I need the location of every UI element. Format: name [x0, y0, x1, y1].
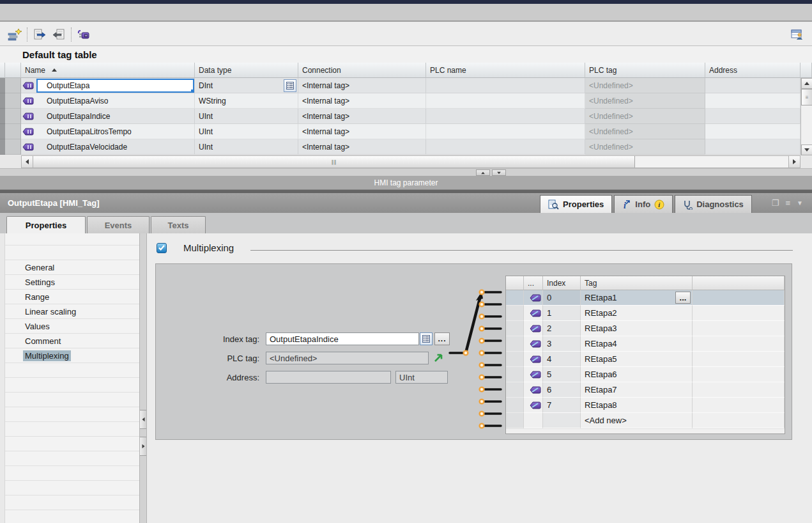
- properties-view-button[interactable]: Properties: [540, 195, 612, 213]
- index-tag-input[interactable]: OutputEtapaIndice: [266, 332, 419, 345]
- mux-index-cell[interactable]: 0: [543, 290, 581, 306]
- name-cell[interactable]: OutputEtapa: [21, 78, 195, 93]
- address-cell[interactable]: [705, 139, 801, 155]
- plc-name-cell[interactable]: [426, 139, 585, 155]
- name-cell[interactable]: OutputEtapaLitrosTempo: [21, 124, 195, 139]
- nav-item-values[interactable]: Values: [5, 319, 139, 334]
- data-type-cell[interactable]: WString: [195, 93, 298, 109]
- column-header-name[interactable]: Name: [21, 63, 195, 78]
- data-type-dropdown-button[interactable]: [284, 79, 296, 92]
- multiplexing-checkbox[interactable]: [157, 243, 167, 253]
- data-type-cell[interactable]: DInt: [195, 78, 298, 93]
- mux-row-selector[interactable]: [506, 352, 524, 367]
- nav-item-comment[interactable]: Comment: [5, 334, 139, 348]
- mux-header-index[interactable]: Index: [543, 276, 581, 290]
- tab-texts[interactable]: Texts: [151, 216, 206, 233]
- row-selector[interactable]: [5, 109, 21, 124]
- horizontal-scroll-thumb[interactable]: ∥∥: [33, 156, 635, 168]
- mux-tag-cell[interactable]: REtapa5: [581, 352, 693, 367]
- mux-tag-browse-button[interactable]: ...: [675, 292, 691, 304]
- export-button[interactable]: [31, 26, 48, 43]
- mux-index-cell[interactable]: 2: [543, 321, 581, 336]
- plc-name-cell[interactable]: [426, 109, 585, 124]
- address-cell[interactable]: [705, 124, 801, 139]
- mux-row-selector[interactable]: [506, 321, 524, 336]
- mux-add-new-cell[interactable]: <Add new>: [581, 413, 693, 428]
- mux-row-selector[interactable]: [506, 367, 524, 382]
- mux-tag-cell[interactable]: REtapa4: [581, 336, 693, 352]
- column-header-plc-tag[interactable]: PLC tag: [585, 63, 705, 78]
- mux-tag-cell[interactable]: REtapa8: [581, 398, 693, 413]
- pane-splitter[interactable]: [0, 168, 812, 176]
- nav-item-range[interactable]: Range: [5, 290, 139, 304]
- plc-tag-cell[interactable]: <Undefined>: [585, 124, 705, 139]
- mux-row-selector[interactable]: [506, 413, 524, 428]
- data-type-cell[interactable]: UInt: [195, 139, 298, 155]
- mux-index-cell[interactable]: 7: [543, 398, 581, 413]
- mux-index-cell[interactable]: 1: [543, 306, 581, 321]
- selection-fill-handle[interactable]: [191, 90, 194, 93]
- plc-tag-cell[interactable]: <Undefined>: [585, 139, 705, 155]
- collapse-nav-left-button[interactable]: [140, 410, 146, 429]
- nav-item-linear-scaling[interactable]: Linear scaling: [5, 304, 139, 319]
- mux-tag-cell[interactable]: REtapa6: [581, 367, 693, 382]
- nav-item-general[interactable]: General: [5, 260, 139, 275]
- address-cell[interactable]: [705, 109, 801, 124]
- mux-index-cell[interactable]: 4: [543, 352, 581, 367]
- nav-item-multiplexing[interactable]: Multiplexing: [5, 348, 139, 363]
- scroll-right-button[interactable]: [788, 156, 800, 168]
- mux-row-selector[interactable]: [506, 290, 524, 306]
- row-selector[interactable]: [5, 124, 21, 139]
- connection-cell[interactable]: <Internal tag>: [298, 93, 426, 109]
- panel-menu-icon[interactable]: ≡: [786, 198, 791, 208]
- connection-cell[interactable]: <Internal tag>: [298, 139, 426, 155]
- add-tag-button[interactable]: [6, 26, 23, 43]
- collapse-panel-icon[interactable]: ▼: [797, 199, 803, 207]
- nav-item-settings[interactable]: Settings: [5, 275, 139, 290]
- hmi-tag-parameter-bar[interactable]: HMI tag parameter: [0, 176, 812, 190]
- column-header-data-type[interactable]: Data type: [195, 63, 298, 78]
- address-cell[interactable]: [705, 93, 801, 109]
- column-header-connection[interactable]: Connection: [298, 63, 426, 78]
- data-type-cell[interactable]: UInt: [195, 124, 298, 139]
- connection-cell[interactable]: <Internal tag>: [298, 109, 426, 124]
- tab-events[interactable]: Events: [87, 216, 149, 233]
- plc-tag-cell[interactable]: <Undefined>: [585, 93, 705, 109]
- mux-row-selector[interactable]: [506, 398, 524, 413]
- mux-index-cell[interactable]: 6: [543, 382, 581, 398]
- address-cell[interactable]: [705, 78, 801, 93]
- mux-row-selector[interactable]: [506, 336, 524, 352]
- mux-header-tag[interactable]: Tag: [581, 276, 693, 290]
- column-header-address[interactable]: Address: [705, 63, 801, 78]
- diagnostics-view-button[interactable]: Diagnostics: [675, 195, 752, 213]
- collapse-up-button[interactable]: [476, 169, 490, 176]
- scroll-up-button[interactable]: [801, 78, 812, 89]
- mux-tag-cell[interactable]: REtapa7: [581, 382, 693, 398]
- expand-nav-right-button[interactable]: [140, 437, 146, 456]
- scroll-down-button[interactable]: [801, 144, 812, 155]
- plc-tag-cell[interactable]: <Undefined>: [585, 109, 705, 124]
- tag-table-user-view-button[interactable]: [789, 26, 806, 43]
- import-button[interactable]: [50, 26, 67, 43]
- mux-tag-cell[interactable]: REtapa2: [581, 306, 693, 321]
- mux-index-cell[interactable]: 3: [543, 336, 581, 352]
- vertical-scroll-thumb[interactable]: ≡: [801, 89, 812, 105]
- mux-row-selector[interactable]: [506, 306, 524, 321]
- tab-properties[interactable]: Properties: [6, 216, 86, 233]
- column-header-plc-name[interactable]: PLC name: [426, 63, 585, 78]
- row-selector[interactable]: [5, 139, 21, 155]
- connection-cell[interactable]: <Internal tag>: [298, 124, 426, 139]
- connections-button[interactable]: [75, 26, 92, 43]
- name-cell[interactable]: OutputEtapaAviso: [21, 93, 195, 109]
- scroll-left-button[interactable]: [22, 156, 33, 168]
- plc-name-cell[interactable]: [426, 93, 585, 109]
- mux-header-icon[interactable]: ...: [524, 276, 543, 290]
- plc-name-cell[interactable]: [426, 78, 585, 93]
- vertical-scrollbar[interactable]: ≡: [801, 78, 812, 155]
- float-panel-icon[interactable]: ❐: [772, 198, 779, 208]
- horizontal-scrollbar[interactable]: ∥∥: [21, 155, 801, 168]
- selected-cell-editor[interactable]: OutputEtapa: [36, 79, 194, 93]
- connection-cell[interactable]: <Internal tag>: [298, 78, 426, 93]
- nav-splitter[interactable]: [139, 233, 147, 523]
- index-tag-list-button[interactable]: [420, 332, 433, 345]
